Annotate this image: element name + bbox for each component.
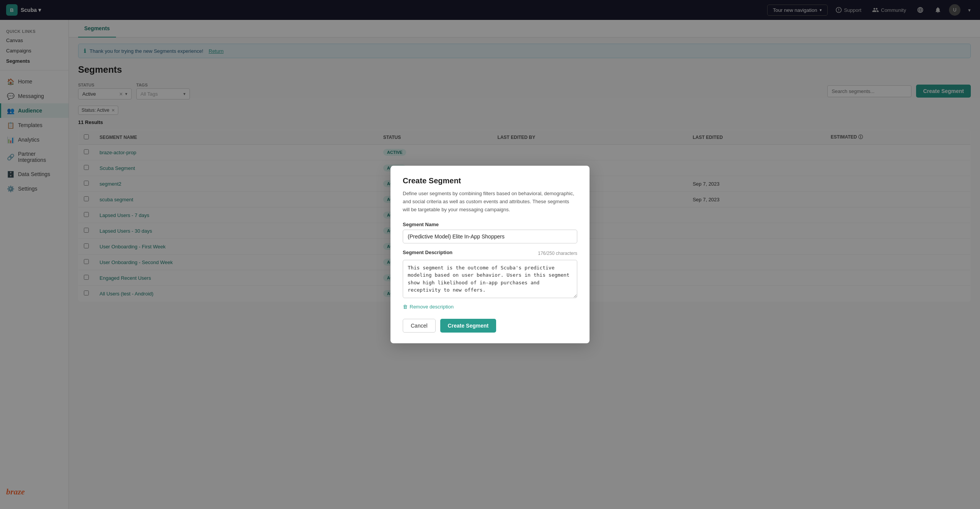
remove-desc-label: Remove description (410, 304, 454, 310)
modal-actions: Cancel Create Segment (403, 319, 577, 333)
modal-create-segment-button[interactable]: Create Segment (440, 319, 497, 333)
char-count: 176/250 characters (538, 251, 577, 256)
segment-description-textarea[interactable] (403, 260, 577, 298)
segment-name-label: Segment Name (403, 222, 577, 227)
create-segment-modal: Create Segment Define user segments by c… (390, 166, 590, 343)
segment-name-input[interactable] (403, 230, 577, 243)
segment-description-header: Segment Description 176/250 characters (403, 250, 577, 258)
modal-overlay[interactable]: Create Segment Define user segments by c… (0, 0, 980, 509)
trash-icon: 🗑 (403, 304, 408, 310)
modal-title: Create Segment (403, 176, 577, 185)
remove-description-link[interactable]: 🗑 Remove description (403, 304, 577, 310)
cancel-button[interactable]: Cancel (403, 319, 436, 333)
modal-description: Define user segments by combining filter… (403, 190, 577, 214)
segment-description-label: Segment Description (403, 250, 452, 255)
